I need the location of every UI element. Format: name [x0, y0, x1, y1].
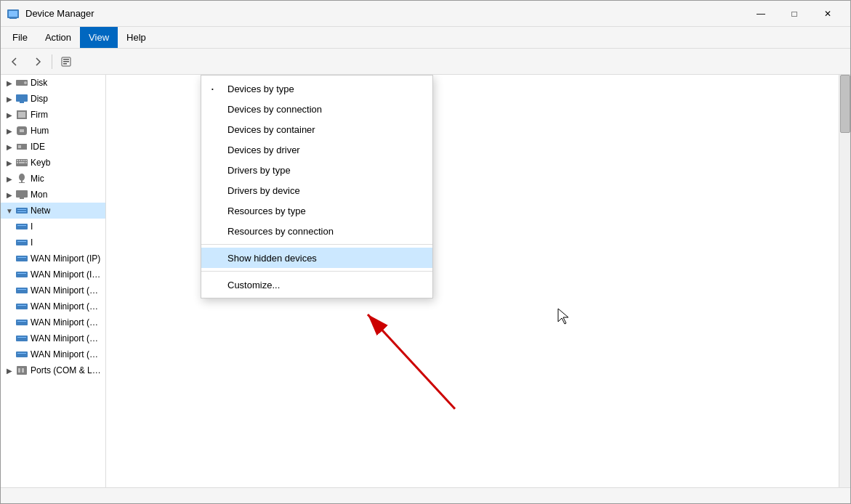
tree-item-wan-ip[interactable]: WAN Miniport (IP): [1, 251, 105, 267]
svg-rect-33: [17, 209, 26, 210]
svg-rect-22: [23, 160, 25, 161]
svg-rect-24: [17, 162, 18, 163]
window-title: Device Manager: [25, 8, 744, 19]
menu-separator-2: [201, 271, 432, 272]
svg-rect-6: [63, 61, 69, 62]
tree-item-display[interactable]: ▶ Disp: [1, 91, 105, 107]
menu-show-hidden-devices[interactable]: Show hidden devices: [201, 248, 432, 268]
toolbar: [1, 49, 850, 75]
svg-rect-32: [16, 208, 28, 214]
svg-rect-21: [21, 160, 23, 161]
svg-rect-46: [17, 305, 26, 306]
menu-devices-by-connection[interactable]: Devices by connection: [201, 99, 432, 119]
expand-monitor[interactable]: ▶: [4, 189, 15, 200]
tree-item-firmware[interactable]: ▶ Firm: [1, 107, 105, 123]
tree-item-hid[interactable]: ▶ Hum: [1, 123, 105, 139]
menu-action[interactable]: Action: [36, 27, 80, 48]
svg-rect-55: [22, 368, 24, 373]
menu-resources-by-connection[interactable]: Resources by connection: [201, 221, 432, 241]
svg-rect-28: [21, 180, 23, 182]
svg-rect-39: [16, 256, 28, 261]
tree-item-disk[interactable]: ▶ Disk: [1, 75, 105, 91]
scrollbar-thumb[interactable]: [840, 75, 850, 133]
svg-rect-42: [17, 273, 26, 274]
menu-customize[interactable]: Customize...: [201, 275, 432, 295]
back-button[interactable]: [4, 52, 25, 72]
svg-rect-36: [17, 225, 26, 226]
svg-rect-30: [16, 190, 28, 198]
tree-item-net2[interactable]: I: [1, 235, 105, 251]
svg-rect-50: [17, 337, 26, 338]
svg-rect-15: [20, 129, 24, 132]
svg-rect-17: [18, 145, 21, 148]
svg-rect-11: [20, 102, 24, 103]
svg-rect-13: [18, 112, 25, 118]
expand-mic[interactable]: ▶: [4, 173, 15, 184]
svg-rect-45: [16, 304, 28, 309]
svg-rect-5: [63, 59, 69, 60]
scrollbar-track[interactable]: [839, 75, 850, 487]
svg-marker-58: [558, 309, 568, 324]
menu-devices-by-type[interactable]: • Devices by type: [201, 78, 432, 99]
expand-keyboard[interactable]: ▶: [4, 157, 15, 168]
forward-button[interactable]: [27, 52, 49, 72]
tree-item-ide[interactable]: ▶ IDE: [1, 139, 105, 155]
svg-rect-19: [17, 160, 18, 161]
expand-display[interactable]: ▶: [4, 93, 15, 105]
menu-drivers-by-device[interactable]: Drivers by device: [201, 180, 432, 200]
svg-rect-51: [16, 351, 28, 357]
checked-bullet: •: [211, 86, 214, 92]
tree-item-net1[interactable]: I: [1, 219, 105, 235]
svg-rect-25: [19, 162, 25, 163]
tree-item-mic[interactable]: ▶ Mic: [1, 171, 105, 187]
title-bar: Device Manager — □ ✕: [1, 1, 850, 27]
menu-resources-by-type[interactable]: Resources by type: [201, 200, 432, 221]
menu-devices-by-driver[interactable]: Devices by driver: [201, 139, 432, 160]
tree-item-network[interactable]: ▼ Netw: [1, 203, 105, 219]
window-controls: — □ ✕: [744, 1, 844, 27]
minimize-button[interactable]: —: [744, 1, 778, 27]
svg-rect-38: [17, 241, 26, 242]
tree-item-wan-sstp[interactable]: WAN Miniport (SSTP): [1, 346, 105, 362]
menu-separator-1: [201, 244, 432, 245]
status-bar: [1, 487, 850, 503]
tree-item-wan-netmon[interactable]: WAN Miniport (Network Monitor): [1, 298, 105, 314]
menu-devices-by-container[interactable]: Devices by container: [201, 119, 432, 139]
menu-help[interactable]: Help: [118, 27, 155, 48]
toolbar-separator: [52, 54, 52, 69]
menu-drivers-by-type[interactable]: Drivers by type: [201, 160, 432, 180]
close-button[interactable]: ✕: [811, 1, 844, 27]
svg-point-27: [19, 174, 25, 181]
expand-firmware[interactable]: ▶: [4, 109, 15, 121]
svg-rect-20: [19, 160, 20, 161]
properties-button[interactable]: [55, 52, 77, 72]
svg-rect-43: [16, 288, 28, 293]
tree-item-wan-pptp[interactable]: WAN Miniport (PPTP): [1, 330, 105, 346]
tree-item-keyboard[interactable]: ▶ Keyb: [1, 155, 105, 171]
svg-rect-44: [17, 289, 26, 290]
expand-hid[interactable]: ▶: [4, 125, 15, 137]
menu-file[interactable]: File: [4, 27, 36, 48]
svg-point-9: [24, 81, 27, 84]
tree-item-wan-ipv6[interactable]: WAN Miniport (IPv6): [1, 267, 105, 283]
tree-item-wan-l2tp[interactable]: WAN Miniport (L2TP): [1, 283, 105, 298]
svg-rect-49: [16, 336, 28, 341]
svg-rect-35: [16, 224, 28, 229]
expand-ide[interactable]: ▶: [4, 141, 15, 153]
tree-item-ports[interactable]: ▶ Ports (COM & LPT): [1, 362, 105, 378]
menu-view[interactable]: View: [80, 27, 118, 48]
device-manager-window: Device Manager — □ ✕ File Action View He…: [0, 0, 851, 504]
svg-rect-47: [16, 320, 28, 325]
svg-rect-52: [17, 353, 26, 354]
tree-item-wan-pppoe[interactable]: WAN Miniport (PPPOE): [1, 314, 105, 330]
svg-line-57: [368, 314, 455, 409]
expand-network[interactable]: ▼: [4, 205, 15, 216]
tree-item-monitor[interactable]: ▶ Mon: [1, 187, 105, 203]
svg-rect-31: [20, 198, 24, 199]
right-panel: • Devices by type Devices by connection …: [106, 75, 850, 487]
svg-rect-7: [63, 63, 67, 65]
expand-ports[interactable]: ▶: [4, 365, 15, 376]
svg-rect-3: [9, 18, 17, 19]
expand-disk[interactable]: ▶: [4, 77, 15, 89]
maximize-button[interactable]: □: [778, 1, 811, 27]
